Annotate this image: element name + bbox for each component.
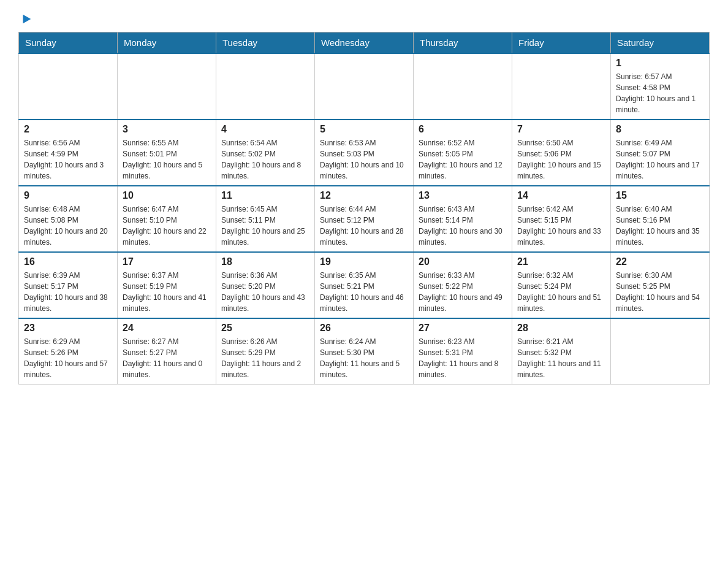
day-info: Sunrise: 6:29 AMSunset: 5:26 PMDaylight:…: [24, 336, 112, 380]
svg-marker-0: [23, 15, 31, 24]
calendar-cell: 27Sunrise: 6:23 AMSunset: 5:31 PMDayligh…: [414, 318, 512, 385]
day-info: Sunrise: 6:53 AMSunset: 5:03 PMDaylight:…: [320, 137, 408, 182]
day-info: Sunrise: 6:50 AMSunset: 5:06 PMDaylight:…: [517, 137, 605, 182]
calendar-table: SundayMondayTuesdayWednesdayThursdayFrid…: [18, 32, 710, 385]
day-info: Sunrise: 6:39 AMSunset: 5:17 PMDaylight:…: [24, 270, 112, 314]
calendar-cell: 18Sunrise: 6:36 AMSunset: 5:20 PMDayligh…: [216, 252, 315, 318]
day-info: Sunrise: 6:42 AMSunset: 5:15 PMDaylight:…: [517, 204, 605, 248]
day-info: Sunrise: 6:24 AMSunset: 5:30 PMDaylight:…: [320, 336, 408, 380]
day-number: 5: [320, 124, 408, 135]
day-info: Sunrise: 6:48 AMSunset: 5:08 PMDaylight:…: [24, 204, 112, 248]
day-number: 15: [616, 190, 704, 201]
day-info: Sunrise: 6:21 AMSunset: 5:32 PMDaylight:…: [517, 336, 605, 380]
day-number: 2: [24, 124, 112, 135]
calendar-cell: 12Sunrise: 6:44 AMSunset: 5:12 PMDayligh…: [315, 186, 414, 252]
calendar-week-row: 9Sunrise: 6:48 AMSunset: 5:08 PMDaylight…: [19, 186, 710, 252]
logo: [18, 12, 33, 26]
calendar-week-row: 16Sunrise: 6:39 AMSunset: 5:17 PMDayligh…: [19, 252, 710, 318]
day-number: 11: [221, 190, 309, 201]
day-info: Sunrise: 6:55 AMSunset: 5:01 PMDaylight:…: [123, 137, 211, 182]
calendar-cell: 8Sunrise: 6:49 AMSunset: 5:07 PMDaylight…: [611, 120, 710, 186]
calendar-cell: 24Sunrise: 6:27 AMSunset: 5:27 PMDayligh…: [118, 318, 216, 385]
calendar-cell: 7Sunrise: 6:50 AMSunset: 5:06 PMDaylight…: [512, 120, 611, 186]
day-of-week-header: Sunday: [19, 33, 118, 54]
day-of-week-header: Thursday: [414, 33, 512, 54]
calendar-cell: [512, 53, 611, 120]
day-number: 21: [517, 256, 605, 267]
calendar-cell: [118, 53, 216, 120]
day-info: Sunrise: 6:49 AMSunset: 5:07 PMDaylight:…: [616, 137, 704, 182]
day-number: 24: [123, 323, 211, 334]
calendar-cell: [19, 53, 118, 120]
day-info: Sunrise: 6:45 AMSunset: 5:11 PMDaylight:…: [221, 204, 309, 248]
day-number: 28: [517, 323, 605, 334]
calendar-cell: 17Sunrise: 6:37 AMSunset: 5:19 PMDayligh…: [118, 252, 216, 318]
day-number: 22: [616, 256, 704, 267]
calendar-cell: 9Sunrise: 6:48 AMSunset: 5:08 PMDaylight…: [19, 186, 118, 252]
day-number: 17: [123, 256, 211, 267]
day-number: 12: [320, 190, 408, 201]
calendar-cell: 25Sunrise: 6:26 AMSunset: 5:29 PMDayligh…: [216, 318, 315, 385]
day-info: Sunrise: 6:56 AMSunset: 4:59 PMDaylight:…: [24, 137, 112, 182]
day-number: 26: [320, 323, 408, 334]
day-number: 9: [24, 190, 112, 201]
day-info: Sunrise: 6:32 AMSunset: 5:24 PMDaylight:…: [517, 270, 605, 314]
day-info: Sunrise: 6:33 AMSunset: 5:22 PMDaylight:…: [419, 270, 507, 314]
calendar-cell: 26Sunrise: 6:24 AMSunset: 5:30 PMDayligh…: [315, 318, 414, 385]
day-number: 13: [419, 190, 507, 201]
day-number: 4: [221, 124, 309, 135]
calendar-cell: 3Sunrise: 6:55 AMSunset: 5:01 PMDaylight…: [118, 120, 216, 186]
calendar-cell: 10Sunrise: 6:47 AMSunset: 5:10 PMDayligh…: [118, 186, 216, 252]
day-of-week-header: Saturday: [611, 33, 710, 54]
day-number: 6: [419, 124, 507, 135]
day-number: 27: [419, 323, 507, 334]
day-info: Sunrise: 6:54 AMSunset: 5:02 PMDaylight:…: [221, 137, 309, 182]
day-info: Sunrise: 6:27 AMSunset: 5:27 PMDaylight:…: [123, 336, 211, 380]
calendar-week-row: 23Sunrise: 6:29 AMSunset: 5:26 PMDayligh…: [19, 318, 710, 385]
calendar-cell: 14Sunrise: 6:42 AMSunset: 5:15 PMDayligh…: [512, 186, 611, 252]
day-of-week-header: Friday: [512, 33, 611, 54]
calendar-cell: 4Sunrise: 6:54 AMSunset: 5:02 PMDaylight…: [216, 120, 315, 186]
day-info: Sunrise: 6:43 AMSunset: 5:14 PMDaylight:…: [419, 204, 507, 248]
calendar-cell: 5Sunrise: 6:53 AMSunset: 5:03 PMDaylight…: [315, 120, 414, 186]
day-number: 16: [24, 256, 112, 267]
calendar-cell: 21Sunrise: 6:32 AMSunset: 5:24 PMDayligh…: [512, 252, 611, 318]
day-number: 23: [24, 323, 112, 334]
day-number: 1: [616, 58, 704, 69]
day-number: 25: [221, 323, 309, 334]
day-info: Sunrise: 6:52 AMSunset: 5:05 PMDaylight:…: [419, 137, 507, 182]
calendar-cell: 13Sunrise: 6:43 AMSunset: 5:14 PMDayligh…: [414, 186, 512, 252]
calendar-cell: 20Sunrise: 6:33 AMSunset: 5:22 PMDayligh…: [414, 252, 512, 318]
day-of-week-header: Wednesday: [315, 33, 414, 54]
day-number: 7: [517, 124, 605, 135]
calendar-cell: 1Sunrise: 6:57 AMSunset: 4:58 PMDaylight…: [611, 53, 710, 120]
day-of-week-header: Tuesday: [216, 33, 315, 54]
calendar-cell: 6Sunrise: 6:52 AMSunset: 5:05 PMDaylight…: [414, 120, 512, 186]
day-number: 20: [419, 256, 507, 267]
calendar-cell: [611, 318, 710, 385]
calendar-cell: 23Sunrise: 6:29 AMSunset: 5:26 PMDayligh…: [19, 318, 118, 385]
calendar-cell: 11Sunrise: 6:45 AMSunset: 5:11 PMDayligh…: [216, 186, 315, 252]
day-info: Sunrise: 6:47 AMSunset: 5:10 PMDaylight:…: [123, 204, 211, 248]
day-of-week-header: Monday: [118, 33, 216, 54]
calendar-cell: [315, 53, 414, 120]
day-number: 8: [616, 124, 704, 135]
day-number: 14: [517, 190, 605, 201]
day-info: Sunrise: 6:35 AMSunset: 5:21 PMDaylight:…: [320, 270, 408, 314]
calendar-cell: [216, 53, 315, 120]
calendar-cell: 22Sunrise: 6:30 AMSunset: 5:25 PMDayligh…: [611, 252, 710, 318]
day-info: Sunrise: 6:36 AMSunset: 5:20 PMDaylight:…: [221, 270, 309, 314]
calendar-cell: 15Sunrise: 6:40 AMSunset: 5:16 PMDayligh…: [611, 186, 710, 252]
calendar-cell: 19Sunrise: 6:35 AMSunset: 5:21 PMDayligh…: [315, 252, 414, 318]
page-header: [18, 12, 710, 26]
calendar-cell: 2Sunrise: 6:56 AMSunset: 4:59 PMDaylight…: [19, 120, 118, 186]
day-info: Sunrise: 6:37 AMSunset: 5:19 PMDaylight:…: [123, 270, 211, 314]
day-info: Sunrise: 6:23 AMSunset: 5:31 PMDaylight:…: [419, 336, 507, 380]
day-info: Sunrise: 6:57 AMSunset: 4:58 PMDaylight:…: [616, 71, 704, 115]
day-info: Sunrise: 6:40 AMSunset: 5:16 PMDaylight:…: [616, 204, 704, 248]
day-info: Sunrise: 6:44 AMSunset: 5:12 PMDaylight:…: [320, 204, 408, 248]
calendar-header-row: SundayMondayTuesdayWednesdayThursdayFrid…: [19, 33, 710, 54]
day-info: Sunrise: 6:30 AMSunset: 5:25 PMDaylight:…: [616, 270, 704, 314]
day-number: 10: [123, 190, 211, 201]
logo-triangle-icon: [20, 12, 33, 26]
